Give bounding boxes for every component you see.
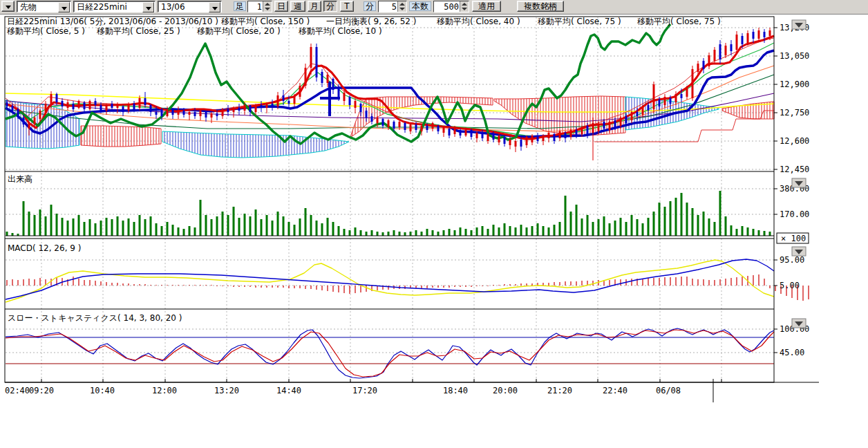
timeframe-week-button[interactable]: 週 — [290, 1, 305, 12]
candle-body — [559, 131, 561, 138]
legend-item: 移動平均( Close, 5 ) — [7, 26, 85, 36]
spinner-updown-icon[interactable] — [460, 1, 469, 12]
timeframe-day-button[interactable]: 日 — [274, 1, 288, 12]
candle-body — [67, 102, 69, 108]
candle-body — [399, 122, 401, 127]
candle-body — [388, 120, 390, 127]
candle-body — [614, 120, 616, 127]
minute-value-spinner[interactable]: 5 — [378, 1, 407, 12]
candle-body — [238, 108, 240, 111]
candle-body — [155, 112, 158, 115]
chart-text: 13,20013,05012,90012,75012,60012,450380.… — [5, 17, 809, 395]
candle-body — [34, 118, 36, 124]
candle-body — [39, 111, 41, 119]
volume-bar — [559, 222, 561, 236]
volume-bar — [327, 218, 329, 236]
chevron-down-icon[interactable] — [209, 2, 220, 12]
volume-bar — [233, 207, 235, 236]
candle-body — [144, 98, 147, 105]
volume-bar — [747, 227, 749, 236]
apply-button[interactable]: 適用 — [472, 1, 501, 12]
volume-bar — [664, 207, 666, 236]
volume-bar — [249, 216, 252, 236]
chart-area[interactable]: 13,20013,05012,90012,75012,60012,450380.… — [0, 14, 868, 448]
volume-bar — [244, 214, 246, 236]
volume-bar — [531, 226, 534, 236]
volume-bar — [581, 218, 583, 236]
panel-label-macd: MACD( 12, 26, 9 ) — [8, 243, 81, 253]
volume-bar — [570, 212, 572, 236]
candle-body — [421, 126, 423, 131]
timeframe-month-button[interactable]: 月 — [308, 1, 321, 12]
panel-dropdown-button[interactable] — [792, 247, 806, 256]
volume-bar — [565, 196, 567, 236]
volume-bar — [504, 223, 506, 236]
volume-bar — [133, 222, 135, 236]
bar-count-value: 500 — [444, 2, 459, 12]
bar-interval-spinner[interactable]: 1 — [247, 1, 272, 12]
candle-body — [437, 126, 440, 131]
candle-body — [227, 109, 229, 112]
timeframe-minute-button[interactable]: 分 — [323, 1, 337, 12]
volume-bar — [377, 232, 379, 236]
bar-interval-value: 1 — [257, 2, 262, 12]
macd-signal-line — [6, 260, 774, 302]
candle-body — [355, 101, 357, 108]
panel-dropdown-button[interactable] — [792, 319, 806, 328]
candle-body — [62, 101, 64, 106]
panel-dropdown-button[interactable] — [792, 178, 806, 187]
volume-bar — [106, 218, 108, 236]
volume-bar — [178, 227, 180, 236]
candle-body — [548, 133, 550, 138]
minute-value: 5 — [392, 2, 397, 12]
volume-bar — [764, 231, 766, 236]
candle-body — [581, 127, 583, 134]
candle-body — [56, 94, 58, 102]
candle-body — [122, 106, 124, 112]
candle-body — [139, 98, 141, 108]
time-axis-label: 22:40 — [603, 386, 628, 395]
symbol-combobox[interactable]: 日経225mini — [73, 1, 155, 12]
panel-dropdown-button[interactable] — [792, 20, 806, 29]
volume-bar — [261, 219, 263, 236]
volume-bar — [703, 212, 705, 236]
volume-bar — [56, 214, 58, 236]
volume-bar — [67, 221, 69, 236]
time-axis-label: 21:20 — [547, 386, 572, 395]
stoch-k-line — [6, 328, 774, 378]
candle-body — [659, 100, 661, 106]
volume-bar — [410, 232, 412, 236]
volume-bar — [167, 222, 169, 236]
axis-tick-label: 12,750 — [780, 108, 809, 118]
axis-tick-label: 12,900 — [780, 80, 809, 89]
candle-body — [299, 86, 301, 97]
candle-body — [520, 140, 522, 147]
candle-body — [681, 94, 683, 98]
volume-bar — [648, 218, 650, 236]
bar-count-spinner[interactable]: 500 — [433, 1, 469, 12]
candle-body — [23, 118, 25, 124]
candle-body — [570, 130, 572, 137]
volume-bar — [84, 222, 86, 236]
timeframe-tick-button[interactable]: T — [340, 1, 354, 12]
panel-label-stoch: スロー・ストキャスティクス( 14, 3, 80, 20 ) — [8, 313, 182, 323]
legend-item: 移動平均( Close, 40 ) — [437, 17, 520, 26]
volume-bar — [189, 226, 191, 236]
volume-bar — [432, 230, 434, 236]
legend-item: 移動平均( Close, 75 ) — [538, 17, 621, 26]
candle-body — [255, 105, 257, 112]
volume-bar — [725, 216, 727, 236]
chart-list-dropdown-button[interactable] — [1, 1, 15, 12]
spinner-updown-icon[interactable] — [263, 1, 272, 12]
volume-bar — [266, 215, 268, 236]
candle-body — [106, 105, 108, 111]
gridlines — [6, 17, 774, 382]
contract-month-combobox[interactable]: 13/06 — [158, 1, 222, 12]
instrument-type-combobox[interactable]: 先物 — [17, 1, 71, 12]
chevron-down-icon[interactable] — [58, 2, 70, 12]
multi-symbol-button[interactable]: 複数銘柄 — [517, 1, 564, 12]
volume-bar — [100, 221, 102, 236]
cloud-red — [81, 126, 161, 147]
spinner-updown-icon[interactable] — [397, 1, 406, 12]
chevron-down-icon[interactable] — [142, 2, 154, 12]
